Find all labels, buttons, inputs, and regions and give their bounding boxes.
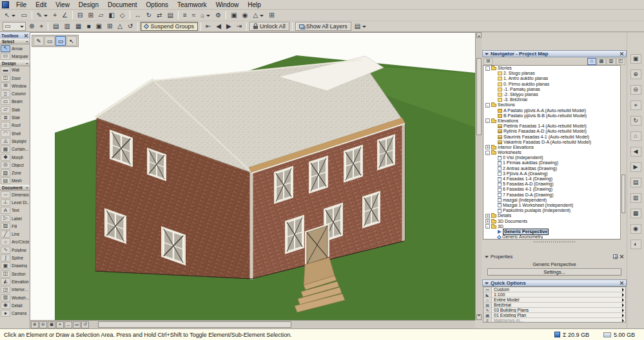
tool-spline[interactable]: ∫ Spline [0, 254, 30, 261]
tool-arrow[interactable]: ↖ Arrow [0, 44, 30, 52]
qo-model-view-options[interactable]: ▭ Custom [483, 287, 625, 292]
angle-icon[interactable]: ∠ [60, 11, 70, 20]
qo-dimension-style[interactable]: ≡ Matmenys-m... [483, 318, 625, 323]
orbit-icon[interactable]: ↻ [630, 116, 641, 126]
grid-sheet-icon[interactable]: ▦ [73, 22, 83, 31]
tree-worksheets[interactable]: - Worksheets [483, 150, 625, 155]
tool-label[interactable]: ▷ Label [0, 214, 30, 222]
toolbox-group-design[interactable]: Design [0, 61, 30, 66]
tree-interior-elevations[interactable]: + Interior Elevations [483, 145, 625, 150]
add-box-icon[interactable]: ⊞ [86, 11, 95, 20]
unlock-all-button[interactable]: Unlock All [249, 22, 289, 31]
publisher-icon[interactable]: ◰ [616, 58, 625, 65]
grid-icon[interactable] [613, 254, 618, 259]
tool-roof[interactable]: ⌂ Roof [0, 122, 30, 129]
tool-marquee[interactable]: ▭ Marquee [0, 52, 30, 60]
menu-item[interactable]: Help [243, 1, 266, 9]
fit-width-icon[interactable]: ↔ [64, 321, 72, 328]
stretch-icon[interactable]: ↔ [133, 11, 143, 20]
tree-sections[interactable]: - Sections [483, 102, 625, 108]
menu-item[interactable]: File [12, 1, 31, 9]
layout-icon[interactable]: ▤ [51, 22, 61, 31]
previous-view-icon[interactable]: ◀ [630, 147, 641, 156]
plus-icon[interactable]: + [51, 11, 59, 20]
tree-stories[interactable]: - Stories [483, 66, 625, 71]
active-view-tab-icon[interactable]: ▭ [55, 36, 66, 46]
chevron-right-icon[interactable] [620, 308, 625, 312]
wave-icon[interactable]: ≈ [190, 11, 198, 20]
tree-elevations[interactable]: - Elevations [483, 118, 625, 124]
go-first-icon[interactable]: ⇤ [204, 22, 213, 31]
tool-object[interactable]: ◎ Object [0, 161, 30, 169]
forward-icon[interactable]: ▶ [224, 22, 233, 31]
scroll-up-icon[interactable] [476, 32, 482, 38]
chevron-right-icon[interactable] [620, 314, 625, 317]
frame-icon[interactable]: ▣ [93, 22, 103, 31]
tool-wall[interactable]: ▬ Wall [0, 66, 30, 74]
tree-item[interactable]: 2 Antras aukštas (Drawing) [483, 166, 625, 171]
pencil-icon[interactable]: ✎ [35, 11, 50, 20]
snap-target-icon[interactable]: ⌖ [37, 22, 45, 31]
toolbar-button[interactable] [226, 11, 226, 19]
tree-item[interactable]: Rytinis Fasadas A-D (Auto-rebuild Model) [483, 129, 625, 134]
previous-zoom-icon[interactable]: ↺ [81, 321, 89, 328]
pencil-icon[interactable]: ✎ [34, 36, 44, 46]
close-icon[interactable] [620, 52, 624, 56]
menu-item[interactable]: Edit [31, 1, 51, 9]
chevron-right-icon[interactable] [620, 303, 625, 307]
plus-box-icon[interactable]: ⊞ [105, 22, 114, 31]
toolbar-button[interactable] [72, 11, 73, 19]
triangle-icon[interactable]: △ [251, 11, 266, 20]
horizontal-scroll-thumb[interactable] [98, 321, 291, 328]
tool-zone[interactable]: ▨ Zone [0, 169, 30, 176]
expander-icon[interactable]: + [485, 219, 490, 223]
tool-shell[interactable]: ◠ Shell [0, 129, 30, 137]
show-all-layers-button[interactable]: Show All Layers [295, 22, 351, 31]
tree-item[interactable]: 2. Stogo planas [483, 71, 625, 76]
toolbar-button[interactable] [48, 23, 48, 31]
view-selector-icon[interactable]: ▭ [3, 22, 26, 31]
chevron-right-icon[interactable] [620, 293, 625, 297]
tool-mesh[interactable]: ▤ Mesh [0, 177, 30, 185]
toolbox-group-document[interactable]: Document [0, 185, 30, 191]
layout-book-icon[interactable]: ▥ [607, 58, 616, 65]
zoom-in-icon[interactable]: ⊕ [630, 70, 641, 79]
project-map-icon[interactable]: ⌂ [587, 58, 596, 65]
qo-pen-set[interactable]: ✎ 03 Building Plans [483, 308, 625, 313]
grid-icon[interactable]: ⊞ [267, 11, 276, 20]
zoom-in-icon[interactable]: ⊕ [27, 22, 36, 31]
vertical-scrollbar[interactable] [475, 32, 482, 320]
diamond-icon[interactable]: ◇ [118, 11, 127, 20]
close-icon[interactable] [620, 254, 624, 259]
half-square-icon[interactable]: ◧ [107, 11, 117, 20]
close-icon[interactable] [24, 33, 28, 38]
shadow-icon[interactable]: ◐ [630, 240, 641, 249]
toolbar-button[interactable] [292, 23, 293, 31]
expander-icon[interactable]: - [485, 118, 490, 123]
expander-icon[interactable]: - [485, 66, 490, 71]
expander-icon[interactable]: - [485, 151, 490, 155]
tree-item[interactable]: -1. Pamatų planas [483, 87, 625, 92]
expander-icon[interactable]: - [485, 103, 490, 108]
tree-details[interactable]: + Details [483, 213, 625, 218]
tool-skylight[interactable]: ◬ Skylight [0, 137, 30, 145]
view-tab-icon[interactable]: ▭ [44, 36, 55, 46]
menu-item[interactable]: Teamwork [173, 1, 211, 9]
settings-button[interactable]: Settings... [487, 269, 621, 276]
tool-line[interactable]: ╱ Line [0, 231, 30, 238]
marquee-icon[interactable]: ▭ [19, 11, 28, 20]
qo-renovation-filter[interactable]: ▦ 01 Existing Plan [483, 313, 625, 318]
tool-curtain-wall[interactable]: ▦ Curtain... [0, 146, 30, 153]
tool-level-dimension[interactable]: ⊥ Level Di... [0, 198, 30, 206]
chevron-right-icon[interactable] [620, 319, 625, 323]
tree-item[interactable]: A Pastato pjūvis A-A (Auto-rebuild Model… [483, 108, 625, 113]
toolbar-button[interactable] [130, 11, 130, 19]
tool-elevation[interactable]: ◭ Elevation [0, 278, 30, 285]
app-icon[interactable] [2, 1, 9, 8]
tool-polyline[interactable]: ∿ Polyline [0, 246, 30, 254]
zoom-out-icon[interactable]: ⊖ [39, 321, 47, 328]
expander-icon[interactable]: + [485, 214, 490, 218]
arrow-icon[interactable]: ↖ [3, 11, 17, 20]
tool-camera[interactable]: ● Camera [0, 310, 30, 317]
close-icon[interactable] [620, 281, 624, 285]
